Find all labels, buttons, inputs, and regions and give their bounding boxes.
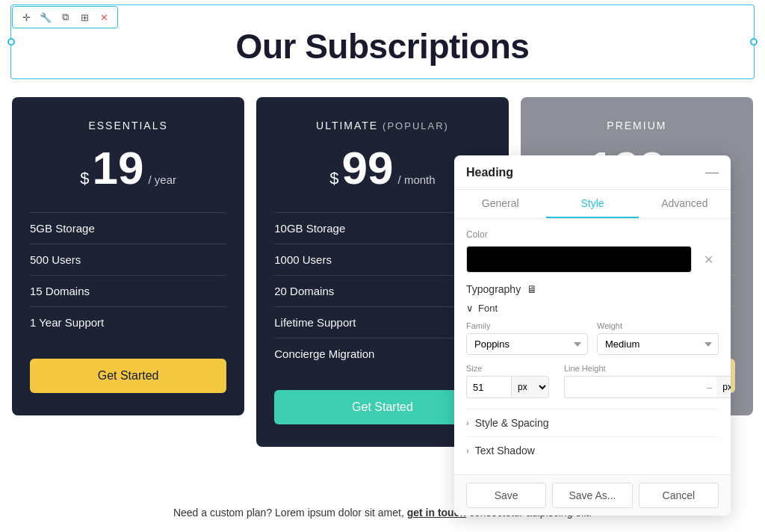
footer-before: Need a custom plan? Lorem ipsum dolor si… <box>173 507 407 519</box>
panel-header: Heading — <box>454 155 731 190</box>
essentials-price: $ 19 / year <box>30 145 226 191</box>
move-tool-icon[interactable]: ✛ <box>19 10 34 25</box>
list-item: 1 Year Support <box>30 306 226 338</box>
essentials-amount: 19 <box>92 145 143 191</box>
essentials-features: 5GB Storage 500 Users 15 Domains 1 Year … <box>30 212 226 338</box>
list-item: 500 Users <box>30 244 226 275</box>
columns-tool-icon[interactable]: ⊞ <box>77 10 92 25</box>
ultimate-period: / month <box>398 173 436 186</box>
line-height-group: Line Height – px em <box>564 364 731 398</box>
duplicate-tool-icon[interactable]: ⧉ <box>58 10 72 25</box>
tab-style[interactable]: Style <box>546 190 638 218</box>
tab-advanced[interactable]: Advanced <box>639 190 731 218</box>
essentials-card: ESSENTIALS $ 19 / year 5GB Storage 500 U… <box>12 97 244 415</box>
text-shadow-row[interactable]: › Text Shadow <box>466 436 719 464</box>
color-label: Color <box>466 229 719 240</box>
page-title: Our Subscriptions <box>23 26 742 66</box>
color-swatch[interactable] <box>466 246 692 273</box>
style-spacing-label: Style & Spacing <box>475 417 549 429</box>
style-spacing-row[interactable]: › Style & Spacing <box>466 409 719 436</box>
essentials-period: / year <box>148 173 176 186</box>
typography-label: Typography <box>466 283 521 295</box>
font-section-label: Font <box>478 303 498 314</box>
heading-block: Our Subscriptions <box>10 4 755 79</box>
essentials-cta-button[interactable]: Get Started <box>30 359 226 393</box>
weight-field: Weight Medium <box>597 321 719 355</box>
size-lineheight-align-row: Size px em rem Line Height – px <box>466 364 719 398</box>
line-height-label: Line Height <box>564 364 731 373</box>
cancel-button[interactable]: Cancel <box>639 483 719 508</box>
popular-label: (Popular) <box>382 120 449 132</box>
size-label: Size <box>466 364 549 373</box>
lh-input-group: – px em <box>564 376 731 398</box>
close-tool-icon[interactable]: ✕ <box>96 10 111 25</box>
resize-handle-right[interactable] <box>750 38 758 46</box>
font-toggle[interactable]: ∨ Font <box>466 303 719 314</box>
panel-tabs: General Style Advanced <box>454 190 731 219</box>
save-as-button[interactable]: Save As... <box>552 483 632 508</box>
resize-handle-left[interactable] <box>7 38 15 46</box>
weight-label: Weight <box>597 321 719 330</box>
premium-title: PREMIUM <box>539 120 735 132</box>
essentials-title: ESSENTIALS <box>30 120 226 132</box>
ultimate-title: ULTIMATE (Popular) <box>274 120 491 132</box>
weight-select[interactable]: Medium <box>597 333 719 355</box>
size-group: Size px em rem <box>466 364 549 398</box>
typography-section-header: Typography 🖥 <box>466 283 719 295</box>
chevron-right-icon: › <box>466 418 469 427</box>
lh-dash: – <box>702 376 716 398</box>
editor-toolbar: ✛ 🔧 ⧉ ⊞ ✕ <box>12 6 118 28</box>
tab-general[interactable]: General <box>454 190 546 218</box>
lh-unit-select[interactable]: px em <box>716 376 731 398</box>
ultimate-amount: 99 <box>342 145 394 191</box>
chevron-right-icon: › <box>466 446 469 455</box>
unit-select[interactable]: px em rem <box>511 376 549 398</box>
color-row: ✕ <box>466 246 719 273</box>
size-input[interactable] <box>466 376 511 398</box>
panel-title: Heading <box>466 166 513 179</box>
edit-tool-icon[interactable]: 🔧 <box>38 10 53 25</box>
minimize-icon[interactable]: — <box>705 164 719 180</box>
essentials-dollar: $ <box>80 169 89 188</box>
color-clear-button[interactable]: ✕ <box>698 249 719 270</box>
ultimate-dollar: $ <box>329 169 338 188</box>
monitor-icon: 🖥 <box>527 283 537 295</box>
save-button[interactable]: Save <box>466 483 546 508</box>
text-shadow-label: Text Shadow <box>475 445 535 457</box>
panel-footer: Save Save As... Cancel <box>454 474 731 516</box>
family-select[interactable]: Poppins <box>466 333 588 355</box>
line-height-input[interactable] <box>564 376 702 398</box>
font-family-weight-row: Family Poppins Weight Medium <box>466 321 719 355</box>
list-item: 15 Domains <box>30 275 226 306</box>
panel-body: Color ✕ Typography 🖥 ∨ Font Family Poppi… <box>454 219 731 474</box>
chevron-down-icon: ∨ <box>466 303 474 314</box>
family-label: Family <box>466 321 588 330</box>
list-item: 5GB Storage <box>30 212 226 244</box>
heading-panel: Heading — General Style Advanced Color ✕… <box>454 155 731 516</box>
size-input-group: px em rem <box>466 376 549 398</box>
family-field: Family Poppins <box>466 321 588 355</box>
